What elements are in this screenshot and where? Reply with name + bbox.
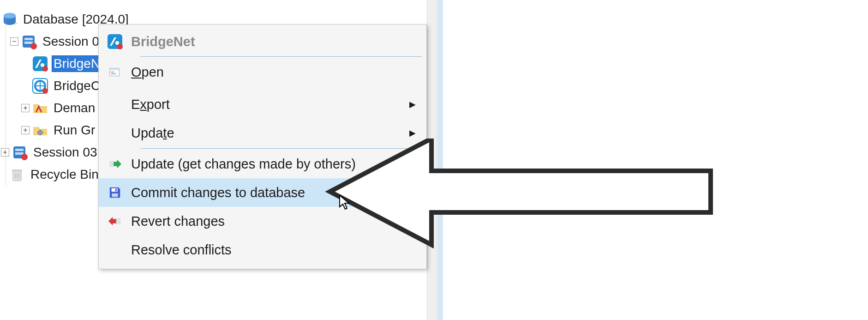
expand-icon[interactable]: + [21, 126, 30, 134]
menu-item-update-submenu[interactable]: Update ▶ [99, 119, 426, 147]
svg-rect-30 [109, 161, 114, 167]
menu-separator [140, 56, 422, 57]
bridgeopt-icon [32, 78, 48, 94]
menu-item-label: Open [131, 65, 407, 80]
svg-point-1 [4, 13, 16, 18]
collapse-icon[interactable]: − [10, 37, 18, 46]
open-icon [99, 66, 131, 78]
menu-item-label: Revert changes [131, 214, 407, 229]
svg-point-12 [42, 88, 48, 94]
svg-point-9 [42, 66, 48, 72]
svg-rect-4 [24, 38, 33, 40]
svg-point-8 [41, 63, 44, 67]
svg-rect-16 [15, 152, 24, 155]
menu-item-export[interactable]: Export ▶ [99, 90, 426, 119]
submenu-arrow-icon: ▶ [407, 128, 418, 138]
save-icon [99, 186, 131, 199]
svg-point-25 [117, 44, 123, 49]
bridgenet-icon [32, 56, 48, 72]
svg-point-6 [30, 43, 37, 49]
context-menu-title-row: BridgeNet [99, 28, 426, 55]
menu-item-update[interactable]: Update (get changes made by others) [99, 150, 426, 178]
svg-rect-19 [12, 169, 22, 172]
svg-rect-28 [111, 72, 114, 72]
expand-icon[interactable]: + [21, 104, 30, 112]
session-icon [21, 34, 37, 49]
menu-item-commit[interactable]: Commit changes to database [99, 178, 426, 207]
menu-separator [140, 148, 422, 149]
bridgenet-icon [99, 34, 131, 49]
tree-node-label: Run Gr [52, 122, 97, 139]
folder-run-icon [32, 122, 48, 138]
menu-item-open[interactable]: Open [99, 58, 426, 86]
tree-node-label: Session 03 [31, 144, 99, 161]
tree-node-label: BridgeN [52, 55, 102, 72]
tree-node-label: BridgeC [52, 78, 102, 94]
menu-item-label: Update (get changes made by others) [131, 157, 407, 172]
menu-item-revert[interactable]: Revert changes [99, 207, 426, 235]
menu-item-label: Resolve conflicts [131, 242, 407, 258]
vertical-scrollbar[interactable] [427, 0, 437, 320]
menu-item-resolve[interactable]: Resolve conflicts [99, 235, 426, 264]
svg-rect-29 [111, 73, 116, 74]
menu-item-label: Commit changes to database [131, 185, 407, 200]
svg-point-24 [115, 41, 119, 45]
tree-node-label: Recycle Bin [29, 166, 101, 183]
folder-demand-icon [32, 100, 48, 116]
menu-item-label: Export [131, 97, 407, 112]
svg-rect-32 [112, 193, 118, 197]
tree-node-label: Deman [52, 100, 97, 116]
svg-point-17 [21, 154, 28, 160]
arrow-left-red-icon [99, 215, 131, 228]
svg-rect-5 [24, 42, 33, 44]
submenu-arrow-icon: ▶ [407, 99, 418, 109]
expand-icon[interactable]: + [1, 148, 9, 157]
database-icon [2, 12, 18, 27]
recycle-bin-icon [9, 167, 25, 182]
spacer [1, 170, 9, 179]
svg-rect-34 [116, 218, 120, 224]
session-icon [12, 145, 28, 160]
arrow-right-green-icon [99, 157, 131, 170]
context-menu: BridgeNet Open Export ▶ Update ▶ [98, 24, 427, 269]
svg-rect-33 [115, 189, 117, 192]
context-menu-title: BridgeNet [131, 34, 418, 49]
svg-rect-15 [15, 149, 24, 151]
panel-divider[interactable] [437, 0, 443, 320]
svg-rect-27 [110, 68, 120, 71]
menu-item-label: Update [131, 126, 407, 141]
